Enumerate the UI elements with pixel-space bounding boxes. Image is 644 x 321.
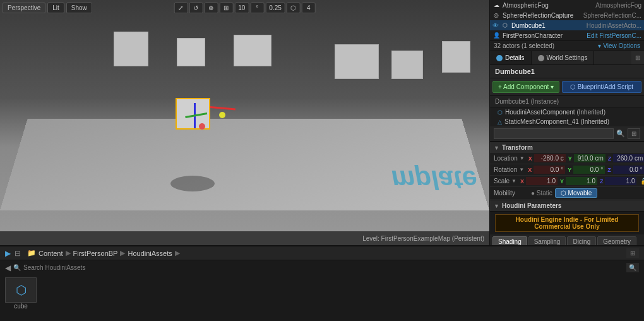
watermark-text: mplate — [391, 164, 477, 195]
instance-header: Dumbcube1 (Instance) — [490, 96, 644, 107]
actor-count: 32 actors (1 selected) — [494, 42, 554, 49]
actor-name: Dumbcube1 — [495, 68, 535, 75]
houdini-params-section-header[interactable]: ▼ Houdini Parameters — [490, 200, 644, 211]
panel-scroll-button[interactable]: ⊞ — [631, 51, 644, 64]
tab-details[interactable]: Details — [490, 51, 532, 64]
lit-button[interactable]: Lit — [47, 3, 64, 13]
rotation-z-label: Z — [606, 167, 612, 173]
folder-icon: ▶ — [5, 249, 11, 258]
scale-x-label: X — [519, 178, 525, 185]
location-row: Location ▼ X Y Z — [490, 153, 644, 164]
bottom-search-icon-label: 🔍 — [13, 264, 21, 271]
world-button[interactable]: ⊞ — [219, 3, 233, 13]
show-button[interactable]: Show — [66, 3, 92, 13]
outliner-item-first-person-char[interactable]: 👤 FirstPersonCharacter Edit FirstPersonC… — [490, 30, 644, 40]
rotation-y-label: Y — [566, 167, 573, 173]
outliner-item-dumbcube[interactable]: 👁 ⬡ Dumbcube1 HoudiniAssetActo... — [490, 20, 644, 30]
mobility-label: Mobility — [494, 190, 515, 197]
world-settings-tab-icon — [538, 55, 544, 61]
location-x-input[interactable] — [534, 154, 566, 162]
details-panel: Dumbcube1 + Add Component ▾ ⬡ Blueprint/… — [490, 65, 644, 245]
static-label: ● Static — [531, 188, 552, 198]
rotation-x-input[interactable] — [534, 166, 565, 174]
movable-button[interactable]: ⬡ Movable — [555, 188, 598, 198]
world-settings-tab-label: World Settings — [547, 54, 588, 61]
right-panel: ☁ AtmosphericFog AtmosphericFog ◎ Sphere… — [489, 0, 644, 245]
perspective-button[interactable]: Perspective — [3, 3, 45, 13]
blueprint-button[interactable]: ⬡ Blueprint/Add Script — [562, 81, 641, 93]
rotation-label: Rotation — [494, 166, 517, 173]
location-z-input[interactable] — [613, 154, 644, 162]
houdini-component-label: HoudiniAssetComponent (Inherited) — [505, 109, 605, 116]
location-y-label: Y — [567, 155, 573, 162]
scale-lock-icon[interactable]: 🔒 — [640, 178, 644, 185]
rotation-z-input[interactable] — [613, 166, 644, 174]
scale-snap-button[interactable]: 0.25 — [265, 3, 285, 13]
angle-snap-button[interactable]: ° — [250, 3, 264, 13]
view-options-button[interactable]: ▾ View Options — [598, 42, 640, 49]
character-icon: 👤 — [492, 32, 500, 39]
scale-z-label: Z — [599, 178, 605, 185]
scale-z-input[interactable] — [605, 177, 636, 185]
asset-item-cube[interactable]: ⬡ cube — [5, 277, 37, 310]
bottom-bar-header: ▶ ⊟ 📁 Content ▶ FirstPersonBP ▶ HoudiniA… — [0, 246, 644, 260]
scale-button[interactable]: ⊕ — [204, 3, 218, 13]
location-z-label: Z — [607, 155, 613, 162]
eye-icon: 👁 — [492, 22, 499, 29]
scale-row: Scale ▼ X Y Z — [490, 176, 644, 187]
bottom-search-button[interactable]: 🔍 — [626, 263, 639, 272]
rotation-y-input[interactable] — [573, 166, 605, 174]
scale-x-input[interactable] — [526, 177, 558, 185]
component-static-mesh[interactable]: △ StaticMeshComponent_41 (Inherited) — [490, 117, 644, 126]
houdini-component-icon: ⬡ — [498, 109, 503, 116]
component-houdini[interactable]: ⬡ HoudiniAssetComponent (Inherited) — [490, 107, 644, 117]
location-y-input[interactable] — [574, 154, 605, 162]
houdini-params-arrow-icon: ▼ — [494, 203, 499, 209]
vr-button[interactable]: 4 — [302, 3, 316, 13]
location-label: Location — [494, 155, 518, 162]
panel-tabs: Details World Settings ⊞ — [490, 51, 644, 65]
bottom-bar-settings-button[interactable]: ⊞ — [626, 248, 639, 258]
grid-snap-button[interactable]: 10 — [234, 3, 249, 13]
outliner: ☁ AtmosphericFog AtmosphericFog ◎ Sphere… — [490, 0, 644, 51]
outliner-item-atmospheric-fog[interactable]: ☁ AtmosphericFog AtmosphericFog — [490, 0, 644, 10]
details-tab-label: Details — [505, 54, 525, 61]
search-settings-button[interactable]: ⊞ — [628, 128, 640, 139]
shading-tab[interactable]: Shading — [492, 236, 527, 245]
sphere-reflection-icon: ◎ — [492, 11, 500, 19]
asset-grid: ⬡ cube — [0, 275, 644, 312]
breadcrumb-houdiniassets[interactable]: HoudiniAssets — [128, 250, 172, 257]
breadcrumb-firstpersonbp[interactable]: FirstPersonBP — [73, 250, 118, 257]
houdini-warning: Houdini Engine Indie - For Limited Comme… — [490, 211, 644, 234]
add-component-button[interactable]: + Add Component ▾ — [492, 81, 559, 93]
search-input[interactable] — [494, 128, 614, 139]
location-arrow-icon: ▼ — [520, 155, 525, 161]
tab-world-settings[interactable]: World Settings — [532, 51, 595, 64]
geometry-tab[interactable]: Geometry — [597, 236, 636, 245]
transform-section-label: Transform — [502, 144, 533, 151]
bottom-search-area: ◀ 🔍 Search HoudiniAssets 🔍 — [0, 260, 644, 275]
outliner-item-sphere-reflection[interactable]: ◎ SphereReflectionCapture SphereReflecti… — [490, 10, 644, 20]
breadcrumb: 📁 Content ▶ FirstPersonBP ▶ HoudiniAsset… — [27, 249, 180, 257]
level-label: Level: FirstPersonExampleMap (Persistent… — [362, 235, 484, 242]
sampling-tab[interactable]: Sampling — [528, 236, 566, 245]
breadcrumb-content[interactable]: Content — [39, 250, 63, 257]
scale-y-input[interactable] — [566, 177, 597, 185]
viewport-toolbar: Perspective Lit Show — [3, 3, 92, 13]
bottom-folder-icon: ◀ — [5, 263, 11, 272]
viewport[interactable]: Perspective Lit Show ⤢ ↺ ⊕ ⊞ 10 ° 0.25 ⬡… — [0, 0, 489, 245]
bottom-search-label: Search HoudiniAssets — [23, 264, 624, 271]
static-mesh-label: StaticMeshComponent_41 (Inherited) — [504, 118, 609, 125]
transform-section-header[interactable]: ▼ Transform — [490, 142, 644, 153]
search-icon[interactable]: 🔍 — [616, 130, 625, 138]
action-buttons: + Add Component ▾ ⬡ Blueprint/Add Script — [490, 78, 644, 96]
translate-button[interactable]: ⤢ — [174, 3, 188, 13]
outliner-footer: 32 actors (1 selected) ▾ View Options — [490, 40, 644, 51]
cube-icon: ⬡ — [16, 282, 27, 298]
asset-thumb-cube: ⬡ — [5, 277, 37, 303]
rotate-button[interactable]: ↺ — [189, 3, 203, 13]
dicing-tab[interactable]: Dicing — [567, 236, 596, 245]
houdini-warning-text: Houdini Engine Indie - For Limited Comme… — [495, 214, 639, 232]
camera-button[interactable]: ⬡ — [287, 3, 301, 13]
rotation-x-label: X — [527, 167, 533, 173]
